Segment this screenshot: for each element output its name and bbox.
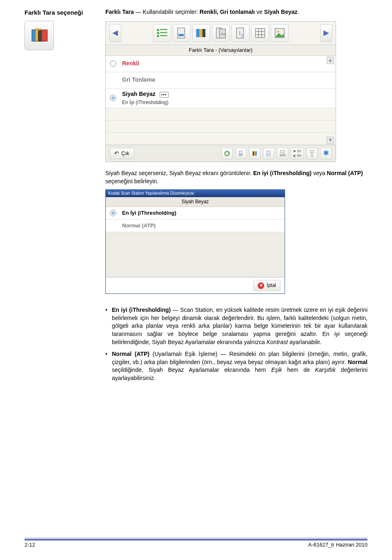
- dialog-bottom-bar: ✕ İptal: [106, 277, 285, 293]
- svg-rect-37: [281, 151, 285, 153]
- option-row-renkli[interactable]: Renkli: [106, 56, 336, 72]
- svg-marker-29: [227, 152, 229, 153]
- svg-rect-31: [240, 154, 242, 155]
- option-label: Normal (ATP): [122, 222, 156, 229]
- svg-rect-8: [157, 35, 159, 37]
- option-label: Renkli: [122, 60, 139, 68]
- binder-status-icon[interactable]: [249, 148, 261, 159]
- count-status-icon[interactable]: 1: [306, 148, 318, 159]
- cancel-icon: ✕: [258, 282, 264, 289]
- option-label: En İyi (iThresholding): [122, 209, 176, 217]
- dialog-empty-area: [106, 232, 285, 277]
- page-icon[interactable]: [173, 24, 191, 42]
- svg-rect-32: [253, 151, 254, 156]
- svg-rect-7: [160, 32, 167, 33]
- para-2: Siyah Beyaz seçerseniz, Siyah Beyaz ekra…: [105, 169, 368, 185]
- dialog-option-best[interactable]: En İyi (iThresholding): [106, 207, 285, 220]
- status-icons: 2 200 ✱50 ◐90 1 ✱: [221, 148, 332, 159]
- feature-icon: [24, 21, 54, 50]
- svg-rect-9: [160, 35, 167, 36]
- radio-selected-icon: [110, 210, 116, 216]
- empty-row: [106, 120, 336, 133]
- svg-rect-14: [202, 29, 205, 37]
- radio-icon: [110, 60, 116, 67]
- dialog-titlebar: Kodak Scan Station Yapılandırma Düzenley…: [106, 190, 285, 197]
- svg-rect-5: [160, 29, 167, 30]
- svg-rect-11: [178, 34, 184, 36]
- cancel-label: İptal: [267, 282, 276, 289]
- svg-rect-34: [255, 151, 256, 156]
- option-sublabel: En İyi (iThresholding): [122, 99, 169, 106]
- exit-button[interactable]: ↶ Çık: [110, 148, 134, 159]
- grid-icon[interactable]: [251, 24, 269, 42]
- bullet-item-ithresholding: En iyi (iThresholding) — Scan Station, e…: [105, 306, 368, 346]
- svg-rect-6: [157, 32, 159, 34]
- panel-toolbar: ◀ JPG 12 ▶: [106, 22, 336, 45]
- list-view-icon[interactable]: [153, 24, 171, 42]
- scan-options-panel: ◀ JPG 12 ▶ Farklı Tara - (Varsayılanlar)…: [105, 21, 336, 162]
- nav-next-button[interactable]: ▶: [320, 24, 332, 42]
- svg-rect-30: [239, 151, 242, 156]
- svg-rect-33: [254, 151, 255, 156]
- footer-doc-id: A-61627_tr Haziran 2010: [308, 541, 368, 549]
- option-label: Gri Tonlama: [122, 76, 155, 84]
- file-format-icon[interactable]: JPG: [212, 24, 230, 42]
- dialog-subtitle: Siyah Beyaz: [106, 197, 285, 207]
- scroll-up-button[interactable]: ▲: [327, 57, 334, 64]
- dialog-option-normal[interactable]: Normal (ATP): [106, 220, 285, 232]
- option-label: Siyah Beyaz: [122, 91, 156, 97]
- panel-bottom-bar: ↶ Çık 2 200 ✱50 ◐90: [106, 145, 336, 162]
- page-number-icon[interactable]: 12: [232, 24, 249, 42]
- cancel-button[interactable]: ✕ İptal: [253, 280, 281, 291]
- color-folders-icon[interactable]: [192, 24, 210, 42]
- svg-rect-4: [157, 29, 159, 31]
- options-list: ▲ Renkli Gri Tonlama Siyah Beyaz ▪▪: [106, 56, 336, 145]
- svg-rect-10: [178, 28, 185, 38]
- toolbar-icons: JPG 12: [153, 24, 289, 42]
- page-footer: 2-12 A-61627_tr Haziran 2010: [24, 539, 368, 549]
- section-heading: Farklı Tara seçeneği: [24, 8, 98, 17]
- image-icon[interactable]: [271, 24, 289, 42]
- scroll-down-button[interactable]: ▼: [327, 137, 334, 144]
- radio-selected-icon: [110, 95, 116, 101]
- svg-rect-38: [310, 150, 314, 153]
- empty-row: [106, 108, 336, 120]
- dpi-status-icon[interactable]: 200: [277, 148, 288, 159]
- svg-rect-12: [196, 29, 199, 37]
- page-status-icon[interactable]: [235, 148, 247, 159]
- intro-paragraph: Farklı Tara — Kullanılabilir seçimler: R…: [105, 8, 368, 16]
- snowflake-status-icon[interactable]: ✱: [320, 148, 332, 159]
- svg-text:JPG: JPG: [220, 33, 225, 36]
- page2-status-icon[interactable]: 2: [263, 148, 274, 159]
- more-options-icon[interactable]: ▪▪▪: [160, 92, 169, 98]
- nav-prev-button[interactable]: ◀: [109, 24, 121, 42]
- svg-rect-3: [42, 30, 47, 41]
- footer-page-number: 2-12: [24, 541, 35, 549]
- option-row-siyahbeyaz[interactable]: Siyah Beyaz ▪▪▪ En İyi (iThresholding): [106, 89, 336, 108]
- bullet-item-normal-atp: Normal (ATP) (Uyarlamalı Eşik İşleme) — …: [105, 350, 368, 382]
- refresh-status-icon[interactable]: [221, 148, 233, 159]
- intro-lead: Farklı Tara: [105, 9, 134, 15]
- empty-row: [106, 133, 336, 145]
- bullet-list: En iyi (iThresholding) — Scan Station, e…: [105, 306, 368, 382]
- exit-label: Çık: [121, 150, 129, 157]
- svg-rect-21: [255, 28, 265, 38]
- exit-icon: ↶: [114, 150, 119, 157]
- ratio-status-icon[interactable]: ✱50 ◐90: [291, 148, 304, 159]
- option-row-gri[interactable]: Gri Tonlama: [106, 72, 336, 89]
- svg-point-27: [277, 30, 279, 32]
- svg-text:2: 2: [241, 33, 243, 37]
- bw-dialog-panel: Kodak Scan Station Yapılandırma Düzenley…: [105, 189, 285, 294]
- svg-rect-13: [199, 29, 203, 37]
- panel-title: Farklı Tara - (Varsayılanlar): [106, 45, 336, 56]
